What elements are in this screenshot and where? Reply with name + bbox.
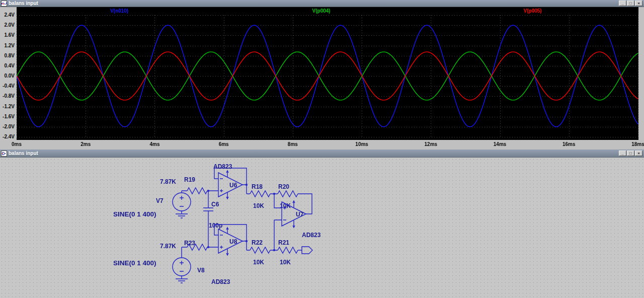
- component-ref[interactable]: R18: [252, 183, 263, 190]
- maximize-button[interactable]: □: [627, 1, 634, 6]
- x-axis-tick: 18ms: [631, 141, 644, 147]
- component-ref[interactable]: C6: [211, 201, 219, 208]
- component-part[interactable]: AD823: [213, 163, 232, 170]
- ground-icon[interactable]: [176, 279, 188, 283]
- component-ref[interactable]: U6: [229, 182, 237, 189]
- component-value[interactable]: 100p: [209, 222, 222, 229]
- schematic-window-icon: [1, 151, 7, 157]
- y-axis-tick: 0.8V: [0, 53, 15, 58]
- component-ref[interactable]: R22: [252, 239, 263, 246]
- x-axis-tick: 16ms: [562, 141, 576, 147]
- waveform-window-titlebar[interactable]: balans input _ □ ×: [0, 0, 644, 7]
- y-axis-tick: -0.8V: [0, 93, 15, 99]
- resistor-R20[interactable]: R20 10K: [278, 183, 312, 214]
- x-axis-tick: 14ms: [494, 141, 507, 147]
- y-axis-tick: 2.4V: [0, 12, 15, 18]
- ground-icon[interactable]: [176, 214, 188, 218]
- component-value[interactable]: SINE(0 1 400): [113, 259, 156, 267]
- x-axis-tick: 0ms: [12, 141, 22, 147]
- plot-pane: V(n010)V(p004)V(p005) 2.4V2.0V1.6V1.2V0.…: [0, 7, 644, 150]
- component-ref[interactable]: U7: [296, 211, 304, 218]
- component-part[interactable]: AD823: [211, 278, 230, 285]
- y-axis-tick: 0.4V: [0, 63, 15, 68]
- x-axis-tick: 12ms: [425, 141, 438, 147]
- waveform-window-icon: [1, 1, 7, 7]
- y-axis-tick: 1.6V: [0, 32, 15, 38]
- y-axis-tick: 1.2V: [0, 43, 15, 48]
- y-axis-tick: -1.6V: [0, 114, 15, 119]
- opamp-U6[interactable]: U6 AD823: [213, 163, 247, 199]
- component-value[interactable]: 10K: [280, 259, 291, 266]
- y-axis-tick: 2.0V: [0, 22, 15, 28]
- component-value[interactable]: 7.87K: [160, 243, 176, 250]
- x-axis-tick: 2ms: [80, 141, 91, 147]
- component-value[interactable]: 10K: [253, 259, 264, 266]
- close-button[interactable]: ×: [635, 1, 642, 6]
- resistor-R22[interactable]: R22 10K: [247, 239, 278, 266]
- close-button[interactable]: ×: [635, 151, 642, 156]
- waveform-plot[interactable]: [17, 7, 638, 140]
- resistor-R23[interactable]: R23 7.87K: [160, 240, 218, 250]
- y-axis-tick: -0.4V: [0, 83, 15, 89]
- y-axis-labels: 2.4V2.0V1.6V1.2V0.8V0.4V0.0V-0.4V-0.8V-1…: [0, 7, 16, 140]
- component-ref[interactable]: V7: [156, 197, 164, 204]
- component-value[interactable]: SINE(0 1 400): [113, 210, 156, 218]
- component-value[interactable]: 10K: [253, 202, 264, 209]
- maximize-button[interactable]: □: [627, 151, 634, 156]
- component-part[interactable]: AD823: [302, 232, 321, 239]
- component-ref[interactable]: R19: [184, 176, 195, 183]
- x-axis-tick: 8ms: [288, 141, 298, 147]
- component-ref[interactable]: R23: [184, 240, 195, 247]
- y-axis-tick: 0.0V: [0, 73, 15, 79]
- y-axis-tick: -2.4V: [0, 134, 15, 139]
- x-axis-tick: 4ms: [149, 141, 159, 147]
- component-ref[interactable]: R21: [278, 239, 289, 246]
- y-axis-tick: -2.0V: [0, 124, 15, 129]
- schematic-window: balans input _ □ × V7 SINE(0 1 400): [0, 150, 644, 298]
- y-axis-tick: -1.2V: [0, 104, 15, 109]
- waveform-window: balans input _ □ × V(n010)V(p004)V(p005)…: [0, 0, 644, 150]
- component-ref[interactable]: V8: [197, 267, 205, 274]
- resistor-R18[interactable]: R18 10K: [247, 183, 278, 209]
- output-port[interactable]: [302, 247, 312, 254]
- component-ref[interactable]: U8: [229, 238, 237, 245]
- schematic-canvas[interactable]: V7 SINE(0 1 400) R19 7.87K U6: [0, 158, 644, 298]
- component-value[interactable]: 7.87K: [160, 178, 176, 185]
- schematic-pane: V7 SINE(0 1 400) R19 7.87K U6: [0, 158, 644, 298]
- resistor-R21[interactable]: R21 10K: [278, 239, 302, 266]
- x-axis-labels: 0ms2ms4ms6ms8ms10ms12ms14ms16ms18ms: [0, 139, 644, 150]
- minimize-button[interactable]: _: [619, 1, 626, 6]
- window-title: balans input: [9, 1, 38, 6]
- resistor-R19[interactable]: R19 7.87K: [160, 176, 218, 194]
- junction-dots: [207, 184, 275, 251]
- component-ref[interactable]: R20: [278, 183, 289, 190]
- x-axis-tick: 10ms: [355, 141, 368, 147]
- window-title: balans input: [9, 151, 38, 156]
- voltage-source-V8[interactable]: V8 SINE(0 1 400): [113, 247, 205, 279]
- capacitor-C6[interactable]: C6 100p: [203, 191, 222, 247]
- x-axis-tick: 6ms: [219, 141, 229, 147]
- minimize-button[interactable]: _: [619, 151, 626, 156]
- schematic-window-titlebar[interactable]: balans input _ □ ×: [0, 150, 644, 158]
- opamp-U8[interactable]: U8 AD823: [211, 225, 247, 285]
